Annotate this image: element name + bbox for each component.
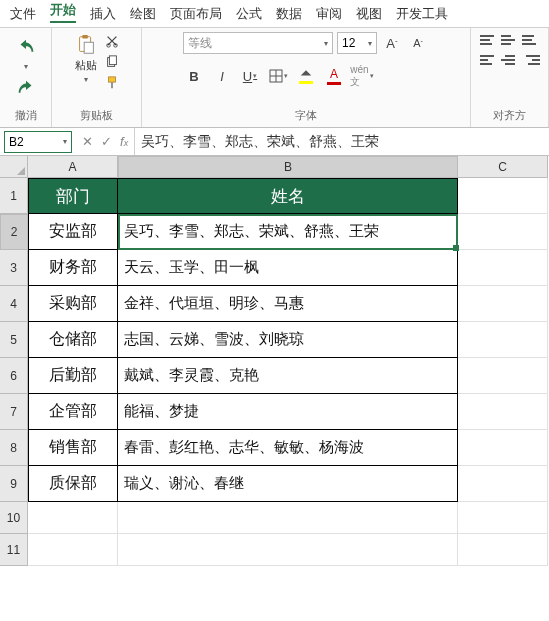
- cell[interactable]: 能福、梦捷: [118, 394, 458, 430]
- cancel-formula-button[interactable]: ✕: [82, 134, 93, 149]
- underline-button[interactable]: U▾: [239, 66, 261, 86]
- bold-button[interactable]: B: [183, 66, 205, 86]
- cell[interactable]: 财务部: [28, 250, 118, 286]
- cell[interactable]: 姓名: [118, 178, 458, 214]
- cell[interactable]: [28, 534, 118, 566]
- cell[interactable]: [118, 502, 458, 534]
- row-header[interactable]: 6: [0, 358, 28, 394]
- copy-button[interactable]: [103, 53, 121, 71]
- name-box[interactable]: B2▾: [4, 131, 72, 153]
- tab-9[interactable]: 开发工具: [394, 1, 450, 27]
- row-header[interactable]: 2: [0, 214, 28, 250]
- tab-1[interactable]: 开始: [48, 0, 78, 27]
- column-header[interactable]: C: [458, 156, 548, 178]
- tab-7[interactable]: 审阅: [314, 1, 344, 27]
- cell[interactable]: [458, 534, 548, 566]
- align-top-button[interactable]: [480, 32, 498, 48]
- font-size-select[interactable]: 12▾: [337, 32, 377, 54]
- confirm-formula-button[interactable]: ✓: [101, 134, 112, 149]
- column-headers: ABC: [28, 156, 548, 178]
- cell[interactable]: [458, 214, 548, 250]
- ribbon: ▾ 撤消 粘贴 ▾ 剪贴板 等线: [0, 28, 549, 128]
- row-header[interactable]: 5: [0, 322, 28, 358]
- tab-2[interactable]: 插入: [88, 1, 118, 27]
- italic-button[interactable]: I: [211, 66, 233, 86]
- cell[interactable]: 采购部: [28, 286, 118, 322]
- tab-3[interactable]: 绘图: [128, 1, 158, 27]
- cell[interactable]: 志国、云娣、雪波、刘晓琼: [118, 322, 458, 358]
- group-alignment: 对齐方: [471, 28, 549, 127]
- cell[interactable]: [458, 250, 548, 286]
- tab-5[interactable]: 公式: [234, 1, 264, 27]
- ribbon-tabs: 文件开始插入绘图页面布局公式数据审阅视图开发工具: [0, 0, 549, 28]
- row-header[interactable]: 3: [0, 250, 28, 286]
- redo-button[interactable]: [13, 77, 39, 103]
- cell[interactable]: 瑞义、谢沁、春继: [118, 466, 458, 502]
- align-center-button[interactable]: [501, 52, 519, 68]
- row-header[interactable]: 10: [0, 502, 28, 534]
- cell[interactable]: [118, 534, 458, 566]
- row-header[interactable]: 4: [0, 286, 28, 322]
- font-color-button[interactable]: A: [323, 66, 345, 86]
- align-left-button[interactable]: [480, 52, 498, 68]
- row-header[interactable]: 1: [0, 178, 28, 214]
- cell[interactable]: 春雷、彭红艳、志华、敏敏、杨海波: [118, 430, 458, 466]
- cell[interactable]: 戴斌、李灵霞、克艳: [118, 358, 458, 394]
- align-bottom-button[interactable]: [522, 32, 540, 48]
- svg-rect-6: [109, 56, 116, 65]
- tab-4[interactable]: 页面布局: [168, 1, 224, 27]
- align-right-button[interactable]: [522, 52, 540, 68]
- cell[interactable]: [458, 430, 548, 466]
- align-middle-button[interactable]: [501, 32, 519, 48]
- svg-rect-1: [82, 35, 88, 39]
- cell[interactable]: [458, 286, 548, 322]
- fx-button[interactable]: fx: [120, 134, 128, 149]
- cell[interactable]: [458, 358, 548, 394]
- cell[interactable]: 仓储部: [28, 322, 118, 358]
- cell[interactable]: 质保部: [28, 466, 118, 502]
- tab-0[interactable]: 文件: [8, 1, 38, 27]
- undo-button[interactable]: ▾: [13, 36, 39, 73]
- cell[interactable]: [458, 322, 548, 358]
- formula-bar: B2▾ ✕ ✓ fx 吴巧、李雪、郑志、荣斌、舒燕、王荣: [0, 128, 549, 156]
- font-name-select[interactable]: 等线▾: [183, 32, 333, 54]
- cell[interactable]: 销售部: [28, 430, 118, 466]
- cell[interactable]: 企管部: [28, 394, 118, 430]
- cell[interactable]: [458, 394, 548, 430]
- cell[interactable]: [458, 502, 548, 534]
- cell[interactable]: 吴巧、李雪、郑志、荣斌、舒燕、王荣: [118, 214, 458, 250]
- formula-input[interactable]: 吴巧、李雪、郑志、荣斌、舒燕、王荣: [134, 128, 549, 155]
- row-header[interactable]: 8: [0, 430, 28, 466]
- cell[interactable]: [458, 466, 548, 502]
- group-label-undo: 撤消: [15, 106, 37, 125]
- cell[interactable]: 金祥、代垣垣、明珍、马惠: [118, 286, 458, 322]
- row-header[interactable]: 7: [0, 394, 28, 430]
- group-label-clipboard: 剪贴板: [80, 106, 113, 125]
- column-header[interactable]: B: [118, 156, 458, 178]
- cut-button[interactable]: [103, 32, 121, 50]
- cell[interactable]: 安监部: [28, 214, 118, 250]
- increase-font-button[interactable]: Aˆ: [381, 33, 403, 53]
- cell[interactable]: 部门: [28, 178, 118, 214]
- select-all-corner[interactable]: [0, 156, 28, 178]
- borders-button[interactable]: ▾: [267, 66, 289, 86]
- cell-grid[interactable]: 部门姓名安监部吴巧、李雪、郑志、荣斌、舒燕、王荣财务部天云、玉学、田一枫采购部金…: [28, 178, 548, 566]
- phonetic-button[interactable]: wén文▾: [351, 66, 373, 86]
- svg-rect-8: [111, 82, 113, 88]
- cell[interactable]: 后勤部: [28, 358, 118, 394]
- cell[interactable]: 天云、玉学、田一枫: [118, 250, 458, 286]
- fill-color-button[interactable]: [295, 66, 317, 86]
- paste-button[interactable]: 粘贴 ▾: [73, 32, 99, 86]
- decrease-font-button[interactable]: Aˇ: [407, 33, 429, 53]
- row-headers: 1234567891011: [0, 178, 28, 566]
- tab-8[interactable]: 视图: [354, 1, 384, 27]
- cell[interactable]: [28, 502, 118, 534]
- column-header[interactable]: A: [28, 156, 118, 178]
- row-header[interactable]: 11: [0, 534, 28, 566]
- cell[interactable]: [458, 178, 548, 214]
- tab-6[interactable]: 数据: [274, 1, 304, 27]
- format-painter-button[interactable]: [103, 74, 121, 92]
- undo-dropdown-caret[interactable]: ▾: [24, 62, 28, 71]
- row-header[interactable]: 9: [0, 466, 28, 502]
- group-label-align: 对齐方: [493, 106, 526, 125]
